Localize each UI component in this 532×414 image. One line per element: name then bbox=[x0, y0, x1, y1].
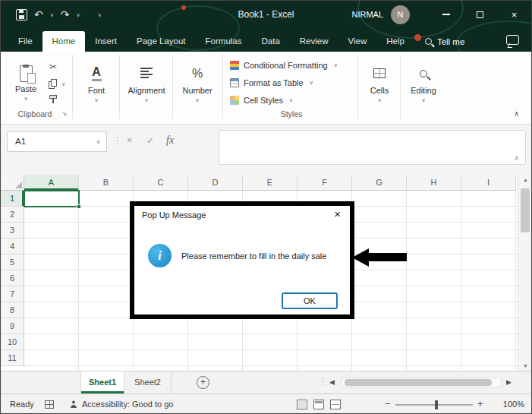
row-header-7[interactable]: 7 bbox=[1, 286, 24, 302]
copy-button[interactable] bbox=[47, 77, 59, 90]
accessibility-status[interactable]: Accessibility: Good to go bbox=[82, 394, 173, 414]
plus-icon: + bbox=[200, 377, 206, 387]
tab-file[interactable]: File bbox=[8, 31, 42, 52]
scroll-down-icon[interactable]: ▼ bbox=[518, 363, 532, 368]
page-break-view-icon[interactable] bbox=[330, 400, 341, 409]
row-header-3[interactable]: 3 bbox=[1, 223, 24, 239]
row-header-11[interactable]: 11 bbox=[1, 350, 24, 366]
maximize-button[interactable] bbox=[463, 1, 497, 28]
formula-input[interactable]: ∧ bbox=[219, 130, 526, 165]
cell-styles-button[interactable]: Cell Styles ∨ bbox=[227, 93, 357, 108]
minimize-button[interactable] bbox=[429, 1, 463, 28]
macro-record-icon[interactable] bbox=[45, 400, 54, 409]
tell-me[interactable]: Tell me bbox=[425, 31, 464, 52]
column-header-d[interactable]: D bbox=[188, 175, 243, 191]
row-header-5[interactable]: 5 bbox=[1, 254, 24, 270]
formula-bar-collapse-icon[interactable]: ∧ bbox=[514, 154, 519, 162]
tab-insert[interactable]: Insert bbox=[85, 31, 127, 52]
horizontal-scrollbar[interactable] bbox=[341, 378, 502, 387]
alignment-group-button[interactable]: Alignment ∨ bbox=[124, 55, 169, 110]
row-header-10[interactable]: 10 bbox=[1, 334, 24, 350]
horizontal-scrollbar-thumb[interactable] bbox=[345, 379, 492, 386]
insert-function-icon[interactable]: fx bbox=[166, 134, 174, 147]
row-header-9[interactable]: 9 bbox=[1, 318, 24, 334]
fill-handle[interactable] bbox=[77, 204, 81, 209]
row-header-6[interactable]: 6 bbox=[1, 270, 24, 286]
clipboard-icon bbox=[20, 65, 33, 82]
scroll-up-icon[interactable]: ▲ bbox=[518, 177, 532, 182]
number-group-button[interactable]: % Number ∨ bbox=[177, 55, 218, 110]
zoom-level[interactable]: 100% bbox=[503, 394, 524, 414]
cut-button[interactable]: ✂ bbox=[47, 61, 59, 73]
new-sheet-button[interactable]: + bbox=[197, 376, 209, 389]
column-header-a[interactable]: A bbox=[24, 175, 79, 191]
tab-view[interactable]: View bbox=[338, 31, 377, 52]
tab-data[interactable]: Data bbox=[252, 31, 290, 52]
page-layout-view-icon[interactable] bbox=[313, 400, 324, 409]
column-header-e[interactable]: E bbox=[243, 175, 297, 191]
column-header-i[interactable]: I bbox=[461, 175, 516, 191]
dialog-close-icon[interactable]: × bbox=[334, 208, 341, 220]
cells-group-button[interactable]: Cells ∨ bbox=[362, 55, 397, 110]
column-header-f[interactable]: F bbox=[297, 175, 352, 191]
column-header-b[interactable]: B bbox=[79, 175, 134, 191]
sheet-tab-sheet2[interactable]: Sheet2 bbox=[124, 371, 172, 393]
group-divider bbox=[222, 55, 223, 119]
column-header-h[interactable]: H bbox=[407, 175, 461, 191]
column-header-c[interactable]: C bbox=[134, 175, 188, 191]
tab-review[interactable]: Review bbox=[290, 31, 338, 52]
paste-button[interactable]: Paste ∨ bbox=[8, 55, 43, 110]
dialog-message: Please remember to fill in the daily sal… bbox=[181, 251, 337, 261]
zoom-slider[interactable] bbox=[395, 404, 473, 406]
excel-window: ↶ ∨ ↷ ∨ ∨ Book1 - Excel NIRMAL N × File … bbox=[0, 0, 532, 414]
tab-page-layout[interactable]: Page Layout bbox=[127, 31, 196, 52]
close-button[interactable]: × bbox=[497, 1, 531, 28]
tab-home[interactable]: Home bbox=[42, 31, 86, 52]
row-header-4[interactable]: 4 bbox=[1, 239, 24, 254]
cells-group-label: Cells bbox=[370, 86, 389, 95]
font-group-button[interactable]: A Font ∨ bbox=[77, 55, 116, 110]
zoom-in-icon[interactable]: + bbox=[477, 394, 483, 414]
chevron-down-icon: ∨ bbox=[421, 97, 425, 103]
row-header-2[interactable]: 2 bbox=[1, 207, 24, 223]
vertical-scrollbar[interactable]: ▲ ▼ bbox=[518, 175, 532, 371]
group-divider bbox=[172, 55, 173, 119]
collapse-ribbon-icon[interactable]: ∧ bbox=[514, 109, 519, 118]
enter-icon[interactable]: ✓ bbox=[146, 135, 154, 146]
avatar-initial: N bbox=[398, 10, 404, 19]
clipboard-dialog-launcher-icon[interactable]: ↘ bbox=[61, 109, 68, 117]
formula-bar: A1 ∨ ⋮ × ✓ fx ∧ bbox=[1, 125, 531, 175]
name-box[interactable]: A1 ∨ bbox=[7, 131, 107, 152]
name-box-dropdown-icon[interactable]: ∨ bbox=[96, 132, 100, 151]
chevron-down-icon: ∨ bbox=[289, 97, 293, 103]
select-all-corner[interactable] bbox=[1, 175, 24, 191]
cells-icon bbox=[373, 68, 386, 78]
clipboard-group-label: Clipboard bbox=[2, 109, 68, 119]
column-header-g[interactable]: G bbox=[352, 175, 407, 191]
sheet-tab-sheet1[interactable]: Sheet1 bbox=[80, 371, 124, 393]
tab-formulas[interactable]: Formulas bbox=[196, 31, 252, 52]
zoom-out-icon[interactable]: − bbox=[385, 394, 391, 414]
active-cell-a1[interactable] bbox=[24, 190, 80, 207]
comments-icon[interactable] bbox=[506, 35, 519, 45]
account-area[interactable]: NIRMAL N bbox=[351, 1, 410, 28]
scroll-left-icon[interactable]: ◀ bbox=[329, 378, 335, 386]
maximize-icon bbox=[477, 11, 483, 18]
tab-split-handle-icon[interactable]: ⋮ bbox=[319, 377, 327, 387]
scroll-right-icon[interactable]: ▶ bbox=[506, 378, 512, 386]
avatar[interactable]: N bbox=[391, 5, 410, 24]
normal-view-icon[interactable] bbox=[297, 400, 307, 409]
format-as-table-button[interactable]: Format as Table ∨ bbox=[227, 75, 357, 90]
format-painter-button[interactable] bbox=[47, 93, 59, 106]
conditional-formatting-button[interactable]: Conditional Formatting ∨ bbox=[227, 58, 357, 73]
cancel-icon[interactable]: × bbox=[127, 135, 132, 146]
editing-group-button[interactable]: Editing ∨ bbox=[405, 55, 442, 110]
tab-help[interactable]: Help bbox=[376, 31, 414, 52]
vertical-scrollbar-thumb[interactable] bbox=[521, 188, 530, 232]
zoom-slider-thumb[interactable] bbox=[435, 400, 438, 409]
row-header-1[interactable]: 1 bbox=[1, 191, 24, 207]
row-header-8[interactable]: 8 bbox=[1, 302, 24, 318]
ok-button[interactable]: OK bbox=[282, 292, 338, 309]
drag-handle-icon[interactable]: ⋮ bbox=[113, 135, 122, 146]
copy-dropdown-icon[interactable]: ∨ bbox=[61, 81, 65, 87]
